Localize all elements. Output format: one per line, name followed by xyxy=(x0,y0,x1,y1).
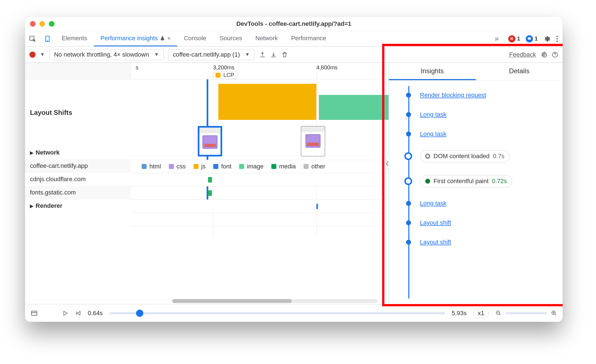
legend-swatch-icon xyxy=(239,164,244,169)
insight-link[interactable]: Layout shift xyxy=(420,219,451,226)
issues-icon xyxy=(526,35,533,42)
record-menu-chevron-icon[interactable]: ▼ xyxy=(40,52,45,57)
network-origin-row[interactable]: cdnjs.cloudflare.com xyxy=(25,173,131,186)
tab-label: Network xyxy=(256,35,278,42)
timeline-bar-lcp[interactable] xyxy=(218,84,316,120)
tab-performance-insights[interactable]: Performance insights × xyxy=(94,31,177,46)
error-counter[interactable]: ✕ 1 xyxy=(508,35,520,42)
origin-select[interactable]: coffee-cart.netlify.app (1) ▼ xyxy=(168,49,254,60)
playback-speed-chip[interactable]: x1 xyxy=(473,308,489,318)
disclosure-triangle-icon: ▶ xyxy=(30,150,33,155)
window-close-button[interactable] xyxy=(30,21,36,27)
insights-list[interactable]: Render blocking request Long task Long t… xyxy=(389,80,563,304)
insight-item[interactable]: Layout shift xyxy=(405,213,558,232)
window-traffic-lights xyxy=(30,21,54,27)
slider-knob[interactable] xyxy=(136,310,143,317)
tab-network[interactable]: Network xyxy=(249,31,285,46)
network-request-row[interactable] xyxy=(131,173,389,186)
insight-item[interactable]: Layout shift xyxy=(405,232,558,252)
tab-elements[interactable]: Elements xyxy=(55,31,94,46)
timeline-bar[interactable] xyxy=(319,95,389,120)
timeline-event-node-icon xyxy=(404,152,412,160)
tab-label: Elements xyxy=(62,35,87,42)
device-toggle-icon[interactable] xyxy=(40,31,55,46)
scrollbar-thumb[interactable] xyxy=(172,299,292,303)
timeline-node-icon xyxy=(406,201,411,206)
zoom-out-icon[interactable] xyxy=(495,310,502,316)
lcp-badge[interactable]: LCP xyxy=(213,71,238,79)
track-layout-shifts[interactable]: Layout Shifts xyxy=(25,79,131,146)
svg-line-12 xyxy=(499,314,501,315)
timeline-node-icon xyxy=(406,132,411,136)
insight-link[interactable]: Long task xyxy=(420,111,446,118)
zoom-in-icon[interactable] xyxy=(551,310,557,316)
feedback-link[interactable]: Feedback xyxy=(509,51,536,58)
event-pill[interactable]: First contentful paint 0.72s xyxy=(420,175,512,187)
help-icon[interactable] xyxy=(552,51,558,58)
playhead-slider[interactable] xyxy=(109,312,445,314)
toolbar-right: ✕ 1 1 xyxy=(504,31,563,46)
insight-item[interactable]: Long task xyxy=(405,105,558,124)
timeline-bars xyxy=(131,79,389,127)
more-menu-icon[interactable] xyxy=(556,35,558,42)
tab-label: Sources xyxy=(220,35,242,42)
insight-link[interactable]: Render blocking request xyxy=(420,92,486,98)
filmstrip-frame[interactable] xyxy=(301,126,325,156)
timeline-canvas[interactable]: html css js font image media other xyxy=(131,79,389,304)
zoom-controls xyxy=(495,310,557,316)
tab-close-icon[interactable]: × xyxy=(167,35,171,42)
network-request-row[interactable] xyxy=(131,213,389,226)
network-request-row[interactable] xyxy=(131,200,389,213)
event-dot-icon xyxy=(425,179,430,184)
window-minimize-button[interactable] xyxy=(39,21,45,27)
event-pill[interactable]: DOM content loaded 0.7s xyxy=(420,150,510,162)
rewind-icon[interactable] xyxy=(75,310,81,316)
filmstrip-toggle-icon[interactable] xyxy=(31,310,38,317)
insight-item[interactable]: Long task xyxy=(405,194,558,213)
insight-item[interactable]: Render blocking request xyxy=(405,85,558,105)
zoom-slider[interactable] xyxy=(505,312,547,314)
tab-label: Console xyxy=(184,35,206,42)
tab-console[interactable]: Console xyxy=(177,31,213,46)
devtools-toolbar: Elements Performance insights × Console … xyxy=(25,31,563,47)
throttling-select[interactable]: No network throttling, 4× slowdown ▼ xyxy=(49,49,164,60)
sidebar-tabs: Insights Details xyxy=(389,63,563,80)
record-button[interactable] xyxy=(29,52,36,58)
legend-label: font xyxy=(221,163,231,170)
import-icon[interactable] xyxy=(270,51,277,58)
track-renderer[interactable]: ▶ Renderer xyxy=(25,199,131,213)
event-dot-icon xyxy=(425,154,430,159)
network-origin-row[interactable]: fonts.gstatic.com xyxy=(25,186,131,199)
insight-link[interactable]: Long task xyxy=(420,200,446,207)
window-zoom-button[interactable] xyxy=(49,21,54,27)
horizontal-scrollbar[interactable] xyxy=(172,299,377,303)
network-request-row[interactable] xyxy=(131,186,389,200)
inspect-element-icon[interactable] xyxy=(25,31,40,46)
play-icon[interactable] xyxy=(62,310,68,316)
insight-item[interactable]: Long task xyxy=(405,124,558,144)
insight-event[interactable]: DOM content loaded 0.7s xyxy=(405,144,558,169)
insights-sidebar: ❮ Insights Details Render blocking reque… xyxy=(389,63,563,304)
insight-link[interactable]: Layout shift xyxy=(420,239,451,246)
sidebar-tab-details[interactable]: Details xyxy=(476,63,563,80)
insight-link[interactable]: Long task xyxy=(420,130,446,137)
tab-performance[interactable]: Performance xyxy=(284,31,333,46)
filmstrip-frame[interactable] xyxy=(198,126,222,156)
legend-swatch-icon xyxy=(194,164,199,169)
timeline-node-icon xyxy=(406,240,411,245)
sidebar-collapse-handle[interactable]: ❮ xyxy=(385,157,389,169)
tabs-overflow-button[interactable]: » xyxy=(490,31,504,46)
sidebar-tab-insights[interactable]: Insights xyxy=(389,63,476,80)
tab-sources[interactable]: Sources xyxy=(213,31,249,46)
settings-gear-icon[interactable] xyxy=(543,35,550,42)
insight-event[interactable]: First contentful paint 0.72s xyxy=(405,169,558,194)
export-icon[interactable] xyxy=(259,51,266,58)
network-legend: html css js font image media other xyxy=(131,160,389,173)
delete-icon[interactable] xyxy=(281,51,288,58)
track-network[interactable]: ▶ Network xyxy=(25,146,131,159)
network-origin-row[interactable]: coffee-cart.netlify.app xyxy=(25,159,131,173)
issues-counter[interactable]: 1 xyxy=(526,35,538,42)
panel-settings-gear-icon[interactable] xyxy=(540,51,547,58)
timeline-ruler[interactable]: s 3,200ms 4,800ms LCP xyxy=(25,63,389,79)
event-value: 0.7s xyxy=(493,153,505,160)
